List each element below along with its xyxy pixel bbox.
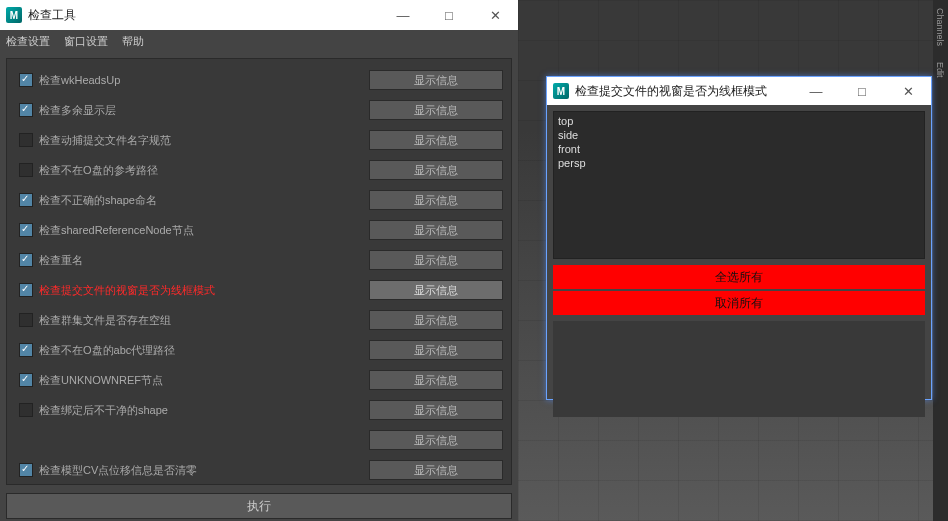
check-row: 检查wkHeadsUp显示信息 <box>13 65 505 95</box>
show-info-button[interactable]: 显示信息 <box>369 460 503 480</box>
check-checkbox[interactable] <box>19 283 33 297</box>
maximize-button[interactable]: □ <box>426 0 472 30</box>
check-row: 检查UNKNOWNREF节点显示信息 <box>13 365 505 395</box>
popup-empty-area <box>553 321 925 417</box>
show-info-button[interactable]: 显示信息 <box>369 250 503 270</box>
check-row: 显示信息 <box>13 425 505 455</box>
check-row: 检查不在O盘的abc代理路径显示信息 <box>13 335 505 365</box>
camera-list[interactable]: topsidefrontpersp <box>553 111 925 259</box>
check-row: 检查模型CV点位移信息是否清零显示信息 <box>13 455 505 485</box>
camera-list-item[interactable]: side <box>558 128 920 142</box>
check-label: 检查wkHeadsUp <box>39 73 369 88</box>
check-row: 检查提交文件的视窗是否为线框模式显示信息 <box>13 275 505 305</box>
check-row: 检查sharedReferenceNode节点显示信息 <box>13 215 505 245</box>
side-tab-edit[interactable]: Edit <box>933 54 947 86</box>
menu-check-settings[interactable]: 检查设置 <box>6 34 50 49</box>
check-list-panel: 检查wkHeadsUp显示信息检查多余显示层显示信息检查动捕提交文件名字规范显示… <box>6 58 512 485</box>
check-row: 检查不在O盘的参考路径显示信息 <box>13 155 505 185</box>
check-label: 检查不在O盘的abc代理路径 <box>39 343 369 358</box>
show-info-button[interactable]: 显示信息 <box>369 160 503 180</box>
show-info-button[interactable]: 显示信息 <box>369 370 503 390</box>
deselect-all-button[interactable]: 取消所有 <box>553 291 925 315</box>
check-label: 检查模型CV点位移信息是否清零 <box>39 463 369 478</box>
show-info-button[interactable]: 显示信息 <box>369 100 503 120</box>
menu-bar: 检查设置 窗口设置 帮助 <box>0 30 518 52</box>
show-info-button[interactable]: 显示信息 <box>369 280 503 300</box>
check-checkbox[interactable] <box>19 73 33 87</box>
show-info-button[interactable]: 显示信息 <box>369 310 503 330</box>
maya-logo-icon: M <box>6 7 22 23</box>
maya-logo-icon: M <box>553 83 569 99</box>
check-tool-window: M 检查工具 — □ ✕ 检查设置 窗口设置 帮助 检查wkHeadsUp显示信… <box>0 0 518 521</box>
check-label: 检查不在O盘的参考路径 <box>39 163 369 178</box>
popup-close-button[interactable]: ✕ <box>885 76 931 106</box>
menu-window-settings[interactable]: 窗口设置 <box>64 34 108 49</box>
check-checkbox[interactable] <box>19 223 33 237</box>
run-button[interactable]: 执行 <box>6 493 512 519</box>
check-checkbox[interactable] <box>19 373 33 387</box>
show-info-button[interactable]: 显示信息 <box>369 190 503 210</box>
show-info-button[interactable]: 显示信息 <box>369 430 503 450</box>
show-info-button[interactable]: 显示信息 <box>369 400 503 420</box>
menu-help[interactable]: 帮助 <box>122 34 144 49</box>
camera-list-item[interactable]: top <box>558 114 920 128</box>
check-row: 检查多余显示层显示信息 <box>13 95 505 125</box>
side-tab-channels[interactable]: Channels <box>933 0 947 54</box>
check-row: 检查动捕提交文件名字规范显示信息 <box>13 125 505 155</box>
show-info-button[interactable]: 显示信息 <box>369 70 503 90</box>
check-row: 检查群集文件是否存在空组显示信息 <box>13 305 505 335</box>
wireframe-check-popup: M 检查提交文件的视窗是否为线框模式 — □ ✕ topsidefrontper… <box>546 76 932 400</box>
check-checkbox[interactable] <box>19 163 33 177</box>
check-label: 检查动捕提交文件名字规范 <box>39 133 369 148</box>
popup-minimize-button[interactable]: — <box>793 76 839 106</box>
check-row: 检查重名显示信息 <box>13 245 505 275</box>
check-checkbox[interactable] <box>19 403 33 417</box>
select-all-button[interactable]: 全选所有 <box>553 265 925 289</box>
check-checkbox[interactable] <box>19 133 33 147</box>
show-info-button[interactable]: 显示信息 <box>369 340 503 360</box>
check-checkbox[interactable] <box>19 193 33 207</box>
check-label: 检查不正确的shape命名 <box>39 193 369 208</box>
camera-list-item[interactable]: persp <box>558 156 920 170</box>
popup-maximize-button[interactable]: □ <box>839 76 885 106</box>
check-label: 检查sharedReferenceNode节点 <box>39 223 369 238</box>
camera-list-item[interactable]: front <box>558 142 920 156</box>
check-checkbox[interactable] <box>19 343 33 357</box>
check-row: 检查绑定后不干净的shape显示信息 <box>13 395 505 425</box>
main-titlebar[interactable]: M 检查工具 — □ ✕ <box>0 0 518 30</box>
minimize-button[interactable]: — <box>380 0 426 30</box>
side-tab-strip: Channels Edit <box>933 0 948 521</box>
check-checkbox[interactable] <box>19 103 33 117</box>
popup-titlebar[interactable]: M 检查提交文件的视窗是否为线框模式 — □ ✕ <box>547 77 931 105</box>
check-row: 检查不正确的shape命名显示信息 <box>13 185 505 215</box>
check-checkbox[interactable] <box>19 463 33 477</box>
close-button[interactable]: ✕ <box>472 0 518 30</box>
show-info-button[interactable]: 显示信息 <box>369 130 503 150</box>
show-info-button[interactable]: 显示信息 <box>369 220 503 240</box>
check-checkbox[interactable] <box>19 253 33 267</box>
check-label: 检查绑定后不干净的shape <box>39 403 369 418</box>
check-label: 检查UNKNOWNREF节点 <box>39 373 369 388</box>
popup-title: 检查提交文件的视窗是否为线框模式 <box>575 83 767 100</box>
check-checkbox[interactable] <box>19 313 33 327</box>
check-label: 检查多余显示层 <box>39 103 369 118</box>
check-label: 检查重名 <box>39 253 369 268</box>
main-window-title: 检查工具 <box>28 7 76 24</box>
check-label: 检查群集文件是否存在空组 <box>39 313 369 328</box>
check-label: 检查提交文件的视窗是否为线框模式 <box>39 283 369 298</box>
